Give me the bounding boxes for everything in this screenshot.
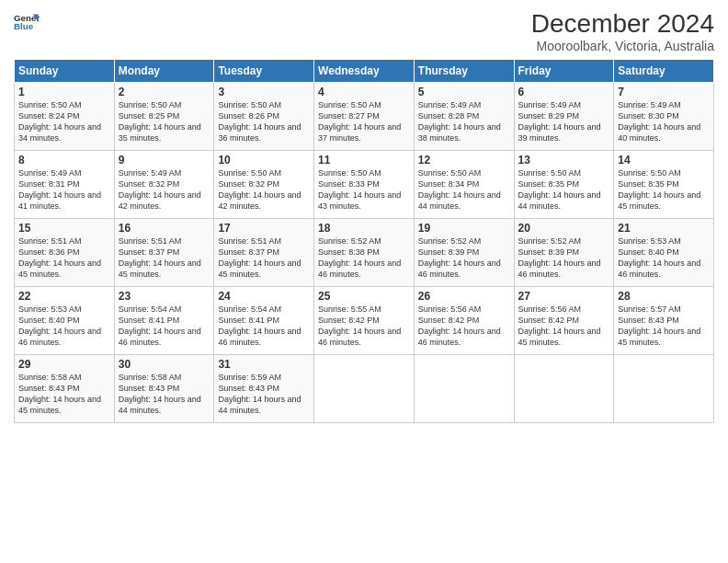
day-cell: 28Sunrise: 5:57 AMSunset: 8:43 PMDayligh… — [614, 287, 714, 355]
title-block: December 2024 Mooroolbark, Victoria, Aus… — [531, 9, 714, 53]
cell-text: Sunrise: 5:58 AMSunset: 8:43 PMDaylight:… — [119, 373, 201, 415]
day-cell: 15Sunrise: 5:51 AMSunset: 8:36 PMDayligh… — [15, 219, 115, 287]
col-header-tuesday: Tuesday — [214, 60, 314, 83]
day-number: 23 — [119, 290, 210, 303]
cell-text: Sunrise: 5:49 AMSunset: 8:30 PMDaylight:… — [618, 100, 700, 143]
day-cell: 25Sunrise: 5:55 AMSunset: 8:42 PMDayligh… — [314, 287, 415, 355]
cell-text: Sunrise: 5:56 AMSunset: 8:42 PMDaylight:… — [518, 304, 601, 347]
day-number: 26 — [418, 290, 510, 303]
day-cell: 5Sunrise: 5:49 AMSunset: 8:28 PMDaylight… — [414, 83, 514, 151]
cell-text: Sunrise: 5:50 AMSunset: 8:25 PMDaylight:… — [119, 100, 201, 143]
day-cell: 17Sunrise: 5:51 AMSunset: 8:37 PMDayligh… — [214, 219, 314, 287]
week-row-5: 29Sunrise: 5:58 AMSunset: 8:43 PMDayligh… — [15, 355, 714, 423]
day-cell: 9Sunrise: 5:49 AMSunset: 8:32 PMDaylight… — [114, 151, 214, 219]
cell-text: Sunrise: 5:50 AMSunset: 8:26 PMDaylight:… — [218, 100, 301, 143]
col-header-wednesday: Wednesday — [314, 60, 415, 83]
day-cell: 12Sunrise: 5:50 AMSunset: 8:34 PMDayligh… — [414, 151, 514, 219]
day-number: 8 — [18, 154, 110, 167]
week-row-1: 1Sunrise: 5:50 AMSunset: 8:24 PMDaylight… — [15, 83, 714, 151]
cell-text: Sunrise: 5:50 AMSunset: 8:35 PMDaylight:… — [518, 168, 601, 211]
day-number: 21 — [618, 222, 710, 235]
logo: General Blue — [14, 9, 40, 35]
cell-text: Sunrise: 5:49 AMSunset: 8:32 PMDaylight:… — [119, 168, 201, 211]
day-number: 25 — [318, 290, 410, 303]
cell-text: Sunrise: 5:53 AMSunset: 8:40 PMDaylight:… — [618, 236, 700, 279]
day-number: 10 — [218, 154, 310, 167]
col-header-saturday: Saturday — [614, 60, 714, 83]
subtitle: Mooroolbark, Victoria, Australia — [531, 39, 714, 53]
day-cell: 1Sunrise: 5:50 AMSunset: 8:24 PMDaylight… — [15, 83, 115, 151]
day-cell — [414, 355, 514, 423]
day-number: 3 — [218, 86, 310, 98]
header: General Blue December 2024 Mooroolbark, … — [14, 9, 714, 53]
day-number: 14 — [618, 154, 710, 167]
col-header-thursday: Thursday — [414, 60, 514, 83]
day-number: 19 — [418, 222, 510, 235]
day-number: 29 — [18, 358, 110, 371]
day-cell: 6Sunrise: 5:49 AMSunset: 8:29 PMDaylight… — [514, 83, 614, 151]
week-row-4: 22Sunrise: 5:53 AMSunset: 8:40 PMDayligh… — [15, 287, 714, 355]
cell-text: Sunrise: 5:58 AMSunset: 8:43 PMDaylight:… — [18, 373, 101, 415]
day-cell: 24Sunrise: 5:54 AMSunset: 8:41 PMDayligh… — [214, 287, 314, 355]
day-number: 12 — [418, 154, 510, 167]
day-number: 27 — [518, 290, 610, 303]
cell-text: Sunrise: 5:50 AMSunset: 8:32 PMDaylight:… — [218, 168, 301, 211]
main-title: December 2024 — [531, 9, 714, 39]
cell-text: Sunrise: 5:50 AMSunset: 8:27 PMDaylight:… — [318, 100, 401, 143]
cell-text: Sunrise: 5:50 AMSunset: 8:33 PMDaylight:… — [318, 168, 401, 211]
day-cell: 13Sunrise: 5:50 AMSunset: 8:35 PMDayligh… — [514, 151, 614, 219]
week-row-3: 15Sunrise: 5:51 AMSunset: 8:36 PMDayligh… — [15, 219, 714, 287]
day-cell: 19Sunrise: 5:52 AMSunset: 8:39 PMDayligh… — [414, 219, 514, 287]
cell-text: Sunrise: 5:57 AMSunset: 8:43 PMDaylight:… — [618, 304, 700, 347]
day-number: 2 — [119, 86, 210, 98]
day-cell: 11Sunrise: 5:50 AMSunset: 8:33 PMDayligh… — [314, 151, 415, 219]
day-number: 16 — [119, 222, 210, 235]
cell-text: Sunrise: 5:50 AMSunset: 8:24 PMDaylight:… — [18, 100, 101, 143]
day-number: 30 — [119, 358, 210, 371]
day-number: 1 — [18, 86, 110, 98]
day-number: 15 — [18, 222, 110, 235]
day-number: 11 — [318, 154, 410, 167]
day-cell: 21Sunrise: 5:53 AMSunset: 8:40 PMDayligh… — [614, 219, 714, 287]
cell-text: Sunrise: 5:52 AMSunset: 8:39 PMDaylight:… — [518, 236, 601, 279]
col-header-sunday: Sunday — [15, 60, 115, 83]
day-number: 20 — [518, 222, 610, 235]
day-number: 28 — [618, 290, 710, 303]
day-cell: 14Sunrise: 5:50 AMSunset: 8:35 PMDayligh… — [614, 151, 714, 219]
day-cell: 18Sunrise: 5:52 AMSunset: 8:38 PMDayligh… — [314, 219, 415, 287]
week-row-2: 8Sunrise: 5:49 AMSunset: 8:31 PMDaylight… — [15, 151, 714, 219]
day-number: 18 — [318, 222, 410, 235]
header-row: SundayMondayTuesdayWednesdayThursdayFrid… — [15, 60, 714, 83]
cell-text: Sunrise: 5:53 AMSunset: 8:40 PMDaylight:… — [18, 304, 101, 347]
day-number: 6 — [518, 86, 610, 98]
day-cell: 3Sunrise: 5:50 AMSunset: 8:26 PMDaylight… — [214, 83, 314, 151]
day-cell — [314, 355, 415, 423]
day-number: 24 — [218, 290, 310, 303]
day-number: 7 — [618, 86, 710, 98]
day-number: 17 — [218, 222, 310, 235]
logo-icon: General Blue — [14, 9, 40, 35]
cell-text: Sunrise: 5:49 AMSunset: 8:28 PMDaylight:… — [418, 100, 501, 143]
day-cell: 31Sunrise: 5:59 AMSunset: 8:43 PMDayligh… — [214, 355, 314, 423]
day-cell: 22Sunrise: 5:53 AMSunset: 8:40 PMDayligh… — [15, 287, 115, 355]
day-number: 9 — [119, 154, 210, 167]
day-cell: 20Sunrise: 5:52 AMSunset: 8:39 PMDayligh… — [514, 219, 614, 287]
col-header-friday: Friday — [514, 60, 614, 83]
cell-text: Sunrise: 5:56 AMSunset: 8:42 PMDaylight:… — [418, 304, 501, 347]
day-cell: 10Sunrise: 5:50 AMSunset: 8:32 PMDayligh… — [214, 151, 314, 219]
col-header-monday: Monday — [114, 60, 214, 83]
cell-text: Sunrise: 5:50 AMSunset: 8:35 PMDaylight:… — [618, 168, 700, 211]
day-cell: 27Sunrise: 5:56 AMSunset: 8:42 PMDayligh… — [514, 287, 614, 355]
cell-text: Sunrise: 5:51 AMSunset: 8:37 PMDaylight:… — [119, 236, 201, 279]
day-cell: 26Sunrise: 5:56 AMSunset: 8:42 PMDayligh… — [414, 287, 514, 355]
day-number: 5 — [418, 86, 510, 98]
page: General Blue December 2024 Mooroolbark, … — [0, 0, 728, 563]
day-cell: 16Sunrise: 5:51 AMSunset: 8:37 PMDayligh… — [114, 219, 214, 287]
day-number: 4 — [318, 86, 410, 98]
cell-text: Sunrise: 5:50 AMSunset: 8:34 PMDaylight:… — [418, 168, 501, 211]
day-cell: 7Sunrise: 5:49 AMSunset: 8:30 PMDaylight… — [614, 83, 714, 151]
day-cell: 8Sunrise: 5:49 AMSunset: 8:31 PMDaylight… — [15, 151, 115, 219]
cell-text: Sunrise: 5:49 AMSunset: 8:29 PMDaylight:… — [518, 100, 601, 143]
cell-text: Sunrise: 5:55 AMSunset: 8:42 PMDaylight:… — [318, 304, 401, 347]
svg-text:Blue: Blue — [14, 21, 34, 31]
